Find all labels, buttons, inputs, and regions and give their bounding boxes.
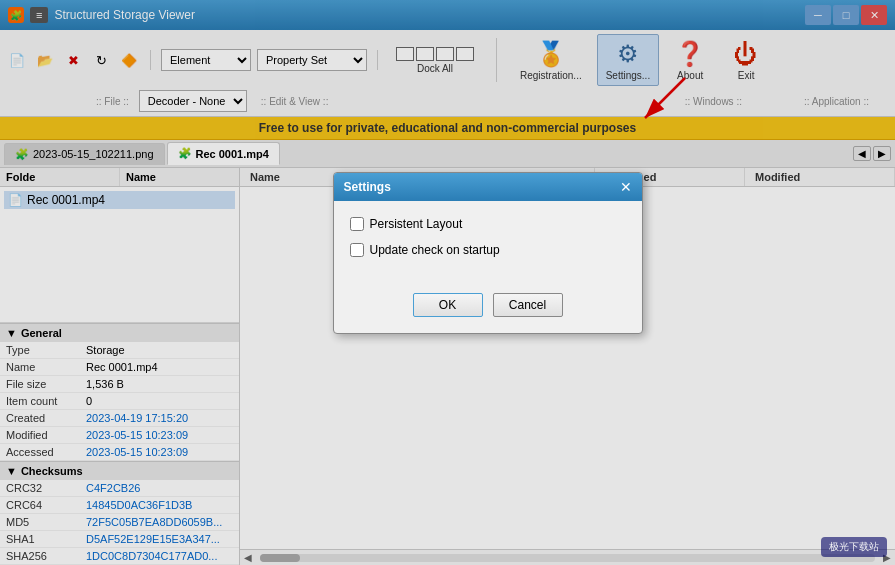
svg-line-1	[645, 78, 685, 118]
watermark-text: 极光下载站	[829, 540, 879, 554]
update-check-checkbox[interactable]	[350, 243, 364, 257]
settings-dialog: Settings ✕ Persistent Layout Update chec…	[333, 172, 643, 334]
dialog-close-button[interactable]: ✕	[620, 179, 632, 195]
update-check-label: Update check on startup	[370, 243, 500, 257]
red-arrow-annotation	[615, 68, 695, 148]
persistent-layout-checkbox[interactable]	[350, 217, 364, 231]
dialog-footer: OK Cancel	[334, 285, 642, 333]
ok-button[interactable]: OK	[413, 293, 483, 317]
dialog-title-bar: Settings ✕	[334, 173, 642, 201]
dialog-body: Persistent Layout Update check on startu…	[334, 201, 642, 285]
persistent-layout-label: Persistent Layout	[370, 217, 463, 231]
update-check-row: Update check on startup	[350, 243, 626, 257]
watermark: 极光下载站	[821, 537, 887, 557]
dialog-overlay: Settings ✕ Persistent Layout Update chec…	[0, 0, 895, 565]
cancel-button[interactable]: Cancel	[493, 293, 563, 317]
persistent-layout-row: Persistent Layout	[350, 217, 626, 231]
dialog-title: Settings	[344, 180, 391, 194]
